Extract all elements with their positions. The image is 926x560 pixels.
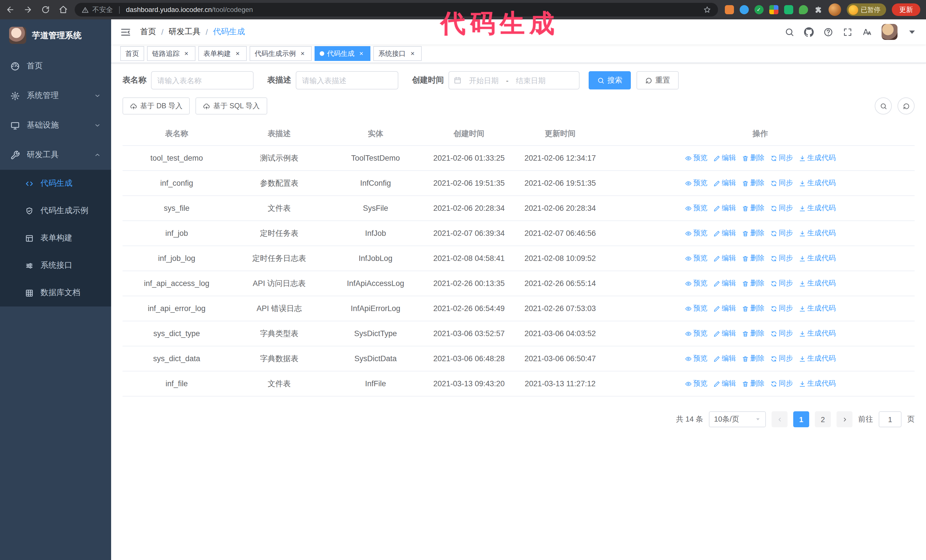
sync-action[interactable]: 同步 [770,178,793,189]
preview-action[interactable]: 预览 [685,378,707,389]
green-check-extension-icon[interactable] [754,5,763,14]
page-size-select[interactable]: 10条/页 [709,411,766,427]
browser-home-icon[interactable] [59,5,68,14]
end-date-input[interactable] [510,76,552,85]
edit-action[interactable]: 编辑 [713,303,736,314]
sync-action[interactable]: 同步 [770,203,793,214]
edit-action[interactable]: 编辑 [713,152,736,163]
delete-action[interactable]: 删除 [741,278,764,289]
delete-action[interactable]: 删除 [741,228,764,239]
delete-action[interactable]: 删除 [741,303,764,314]
puzzle-icon[interactable] [814,5,823,14]
help-icon[interactable] [823,27,833,37]
tab-codegen-example[interactable]: 代码生成示例 [250,46,312,61]
blue-drop-extension-icon[interactable] [739,5,749,14]
font-size-icon[interactable] [862,27,872,37]
table-name-input[interactable] [151,71,254,89]
sync-action[interactable]: 同步 [770,253,793,264]
sidebar-item-system-api[interactable]: 系统接口 [0,252,111,279]
preview-action[interactable]: 预览 [685,228,707,239]
import-sql-button[interactable]: 基于 SQL 导入 [196,97,267,115]
prev-page-button[interactable] [772,411,788,427]
bookmark-star-icon[interactable] [703,6,711,14]
edit-action[interactable]: 编辑 [713,228,736,239]
sync-paused-badge[interactable]: 已暂停 [846,3,886,16]
back-icon[interactable] [6,5,15,14]
sync-action[interactable]: 同步 [770,228,793,239]
close-icon[interactable] [182,50,190,57]
import-db-button[interactable]: 基于 DB 导入 [123,97,190,115]
sync-action[interactable]: 同步 [770,328,793,339]
sync-action[interactable]: 同步 [770,378,793,389]
delete-action[interactable]: 删除 [741,203,764,214]
preview-action[interactable]: 预览 [685,328,707,339]
app-logo[interactable]: 芋道管理系统 [0,20,111,51]
hamburger-icon[interactable] [120,27,131,37]
preview-action[interactable]: 预览 [685,278,707,289]
generate-code-action[interactable]: 生成代码 [799,228,836,239]
edit-action[interactable]: 编辑 [713,203,736,214]
generate-code-action[interactable]: 生成代码 [799,152,836,163]
sync-action[interactable]: 同步 [770,303,793,314]
generate-code-action[interactable]: 生成代码 [799,178,836,189]
reset-button[interactable]: 重置 [637,71,679,89]
table-desc-input[interactable] [296,71,398,89]
sidebar-item-codegen-example[interactable]: 代码生成示例 [0,197,111,225]
generate-code-action[interactable]: 生成代码 [799,203,836,214]
sidebar-item-db-doc[interactable]: 数据库文档 [0,279,111,306]
tab-tracing[interactable]: 链路追踪 [147,46,195,61]
reload-icon[interactable] [41,5,50,14]
sidebar-item-infra[interactable]: 基础设施 [0,110,111,140]
preview-action[interactable]: 预览 [685,152,707,163]
generate-code-action[interactable]: 生成代码 [799,278,836,289]
generate-code-action[interactable]: 生成代码 [799,303,836,314]
generate-code-action[interactable]: 生成代码 [799,328,836,339]
delete-action[interactable]: 删除 [741,328,764,339]
close-icon[interactable] [357,50,365,57]
close-icon[interactable] [299,50,307,57]
refresh-table-button[interactable] [897,97,915,115]
edit-action[interactable]: 编辑 [713,353,736,364]
sidebar-item-home[interactable]: 首页 [0,51,111,81]
edit-action[interactable]: 编辑 [713,253,736,264]
chrome-update-button[interactable]: 更新 [892,3,920,16]
delete-action[interactable]: 删除 [741,152,764,163]
delete-action[interactable]: 删除 [741,253,764,264]
start-date-input[interactable] [463,76,505,85]
next-page-button[interactable] [837,411,852,427]
preview-action[interactable]: 预览 [685,353,707,364]
sidebar-item-form-builder[interactable]: 表单构建 [0,225,111,252]
edit-action[interactable]: 编辑 [713,378,736,389]
preview-action[interactable]: 预览 [685,178,707,189]
tab-home[interactable]: 首页 [120,46,144,61]
search-button[interactable]: 搜索 [589,71,631,89]
generate-code-action[interactable]: 生成代码 [799,253,836,264]
preview-action[interactable]: 预览 [685,203,707,214]
breadcrumb-devtools[interactable]: 研发工具 [169,27,201,37]
search-icon[interactable] [785,27,794,37]
browser-profile-avatar[interactable] [828,3,841,16]
tab-system-api[interactable]: 系统接口 [373,46,422,61]
sidebar-item-codegen[interactable]: 代码生成 [0,170,111,197]
sync-action[interactable]: 同步 [770,152,793,163]
fullscreen-icon[interactable] [843,27,852,37]
preview-action[interactable]: 预览 [685,303,707,314]
close-icon[interactable] [409,50,416,57]
toggle-search-button[interactable] [875,97,892,115]
tab-codegen[interactable]: 代码生成 [315,46,371,61]
date-range-picker[interactable]: - [448,71,580,89]
goto-page-input[interactable] [879,411,902,427]
github-icon[interactable] [804,27,814,37]
user-avatar[interactable] [882,24,897,40]
green-card-extension-icon[interactable] [784,5,793,14]
edit-action[interactable]: 编辑 [713,328,736,339]
orange-extension-icon[interactable] [725,5,734,14]
generate-code-action[interactable]: 生成代码 [799,378,836,389]
edit-action[interactable]: 编辑 [713,178,736,189]
generate-code-action[interactable]: 生成代码 [799,353,836,364]
edit-action[interactable]: 编辑 [713,278,736,289]
leaf-extension-icon[interactable] [799,5,808,14]
forward-icon[interactable] [23,5,32,14]
page-button-1[interactable]: 1 [793,411,809,427]
breadcrumb-home[interactable]: 首页 [140,27,156,37]
